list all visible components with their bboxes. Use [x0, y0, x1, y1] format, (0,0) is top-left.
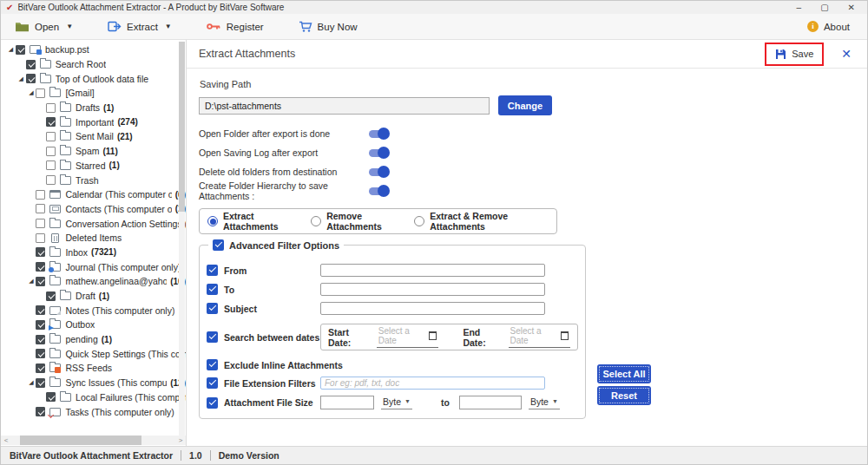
size-max-input[interactable]	[459, 396, 522, 409]
change-button[interactable]: Change	[498, 95, 552, 115]
tree-item-search-root[interactable]: Search Root	[1, 57, 186, 72]
tree-checkbox[interactable]	[46, 103, 56, 113]
from-checkbox[interactable]	[207, 265, 218, 276]
tree-checkbox[interactable]	[46, 132, 56, 141]
tree-item-conversation-action-settings-this-computer-only[interactable]: Conversation Action Settings (This compu…	[1, 216, 186, 231]
scroll-right-icon[interactable]: >	[175, 436, 186, 444]
scroll-thumb[interactable]	[20, 436, 141, 445]
size-max-unit-dropdown[interactable]: Byte ▼	[529, 396, 560, 409]
tree-checkbox[interactable]	[46, 291, 56, 301]
tree-item-sync-issues-this-computer-only[interactable]: ◢Sync Issues (This computer only)(12)	[1, 376, 186, 390]
toggle-switch-delete-old-folders-from-destin[interactable]	[369, 168, 389, 176]
from-input[interactable]	[320, 264, 545, 277]
calendar-icon[interactable]	[561, 331, 569, 340]
tree-item-outbox[interactable]: Outbox	[1, 318, 186, 332]
about-button[interactable]: i About	[807, 21, 850, 32]
tree-checkbox[interactable]	[46, 392, 56, 402]
scroll-left-icon[interactable]: <	[1, 436, 11, 444]
tree-item-journal-this-computer-only[interactable]: Journal (This computer only)	[1, 259, 186, 274]
expand-arrow-icon[interactable]: ◢	[16, 75, 26, 82]
tree-checkbox[interactable]	[36, 320, 45, 330]
to-checkbox[interactable]	[207, 284, 218, 295]
tree-checkbox[interactable]	[36, 305, 45, 315]
tree-item-important[interactable]: Important(274)	[1, 115, 186, 129]
tree-checkbox[interactable]	[36, 349, 45, 358]
expand-arrow-icon[interactable]: ◢	[26, 379, 36, 386]
tree-checkbox[interactable]	[36, 335, 45, 344]
expand-arrow-icon[interactable]: ◢	[6, 46, 16, 53]
mode-radio-remove-attachments[interactable]: Remove Attachments	[311, 211, 414, 232]
subject-input[interactable]	[320, 302, 545, 315]
end-date-input[interactable]: Select a Date	[509, 326, 570, 348]
tree-checkbox[interactable]	[16, 45, 25, 55]
tree-item-tasks-this-computer-only[interactable]: Tasks (This computer only)	[1, 404, 186, 419]
file-ext-checkbox[interactable]	[207, 377, 218, 389]
tree-item-spam[interactable]: Spam(11)	[1, 144, 186, 159]
subject-checkbox[interactable]	[207, 303, 218, 314]
tree-checkbox[interactable]	[26, 60, 36, 69]
tree-item-deleted-items[interactable]: Deleted Items	[1, 231, 186, 246]
extract-caret-icon[interactable]: ▼	[165, 23, 172, 30]
to-input[interactable]	[320, 283, 545, 296]
expand-arrow-icon[interactable]: ◢	[26, 278, 36, 285]
tree-checkbox[interactable]	[36, 247, 45, 257]
mode-radio-extract-remove-attachments[interactable]: Extract & Remove Attachments	[414, 211, 549, 232]
tree-checkbox[interactable]	[36, 190, 45, 200]
tree-horizontal-scrollbar[interactable]: < >	[1, 436, 186, 445]
tree-item-pending[interactable]: pending(1)	[1, 332, 186, 347]
size-min-unit-dropdown[interactable]: Byte ▼	[381, 396, 412, 409]
tree-item-drafts[interactable]: Drafts(1)	[1, 101, 186, 115]
tree-checkbox[interactable]	[26, 74, 36, 83]
tree-item-local-failures-this-computer-only[interactable]: Local Failures (This computer only)	[1, 390, 186, 405]
tree-checkbox[interactable]	[36, 407, 45, 416]
tree-item-draft[interactable]: Draft(1)	[1, 289, 186, 304]
tree-checkbox[interactable]	[36, 363, 45, 373]
tree-item-gmail[interactable]: ◢[Gmail]	[1, 86, 186, 101]
tree-checkbox[interactable]	[36, 262, 45, 272]
tree-checkbox[interactable]	[36, 378, 45, 388]
tree-item-calendar-this-computer-only[interactable]: Calendar (This computer only)(6)	[1, 187, 186, 202]
maximize-button[interactable]: ▢	[820, 2, 828, 13]
tree-checkbox[interactable]	[46, 117, 56, 127]
tree-item-contacts-this-computer-only[interactable]: Contacts (This computer only)(1)	[1, 202, 186, 217]
panel-close-icon[interactable]: ✕	[834, 47, 858, 61]
tree-item-notes-this-computer-only[interactable]: Notes (This computer only)	[1, 303, 186, 318]
search-dates-checkbox[interactable]	[207, 331, 218, 343]
tree-checkbox[interactable]	[36, 277, 45, 286]
tree-item-trash[interactable]: Trash	[1, 173, 186, 187]
start-date-input[interactable]: Select a Date	[377, 326, 438, 348]
size-min-input[interactable]	[320, 396, 374, 409]
buy-now-button[interactable]: Buy Now	[299, 21, 358, 33]
size-checkbox[interactable]	[207, 397, 218, 409]
saving-path-input[interactable]	[199, 97, 490, 115]
select-all-button[interactable]: Select All	[597, 364, 651, 383]
extract-button[interactable]: Extract ▼	[108, 21, 172, 32]
tree-item-sent-mail[interactable]: Sent Mail(21)	[1, 129, 186, 144]
tree-checkbox[interactable]	[36, 233, 45, 243]
open-button[interactable]: Open ▼	[15, 21, 73, 32]
expand-arrow-icon[interactable]: ◢	[26, 89, 36, 96]
tree-item-starred[interactable]: Starred(1)	[1, 159, 186, 174]
radio-icon[interactable]	[311, 216, 321, 226]
register-button[interactable]: Register	[207, 22, 264, 32]
close-button[interactable]: ✕	[848, 2, 855, 13]
tree-item-mathew-angelinaa-yahoo-com[interactable]: ◢mathew.angelinaa@yahoo.com(10)	[1, 274, 186, 289]
tree-checkbox[interactable]	[46, 175, 56, 185]
save-button[interactable]: Save	[765, 43, 824, 66]
calendar-icon[interactable]	[429, 331, 437, 340]
tree-item-top-of-outlook-data-file[interactable]: ◢Top of Outlook data file	[1, 71, 186, 86]
tree-item-inbox[interactable]: Inbox(7321)	[1, 246, 186, 260]
tree-checkbox[interactable]	[36, 219, 45, 228]
mode-radio-extract-attachments[interactable]: Extract Attachments	[207, 211, 311, 232]
tree-item-backup-pst[interactable]: ◢backup.pst	[1, 43, 186, 57]
tree-checkbox[interactable]	[36, 88, 45, 98]
minimize-button[interactable]: –	[797, 2, 802, 13]
radio-icon[interactable]	[414, 216, 424, 226]
tree-vertical-scrollbar[interactable]	[179, 42, 185, 436]
tree-checkbox[interactable]	[46, 160, 56, 170]
file-ext-input[interactable]	[320, 377, 545, 390]
toggle-switch-open-saving-log-after-export[interactable]	[369, 149, 389, 157]
toggle-switch-create-folder-hierarchy-to-sav[interactable]	[369, 187, 389, 195]
tree-checkbox[interactable]	[36, 204, 45, 213]
open-caret-icon[interactable]: ▼	[66, 23, 73, 30]
